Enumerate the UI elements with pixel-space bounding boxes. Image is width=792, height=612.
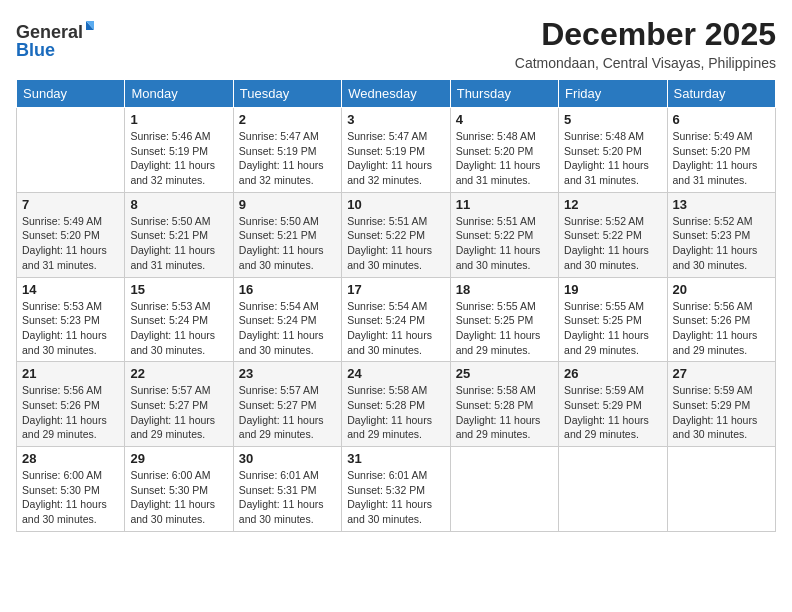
day-info: Sunrise: 5:50 AMSunset: 5:21 PMDaylight:…	[130, 214, 227, 273]
calendar-cell: 3Sunrise: 5:47 AMSunset: 5:19 PMDaylight…	[342, 108, 450, 193]
calendar-cell: 13Sunrise: 5:52 AMSunset: 5:23 PMDayligh…	[667, 192, 775, 277]
column-header-tuesday: Tuesday	[233, 80, 341, 108]
day-number: 3	[347, 112, 444, 127]
day-number: 12	[564, 197, 661, 212]
calendar-cell: 22Sunrise: 5:57 AMSunset: 5:27 PMDayligh…	[125, 362, 233, 447]
day-number: 21	[22, 366, 119, 381]
calendar-cell: 23Sunrise: 5:57 AMSunset: 5:27 PMDayligh…	[233, 362, 341, 447]
calendar-cell: 11Sunrise: 5:51 AMSunset: 5:22 PMDayligh…	[450, 192, 558, 277]
calendar-cell: 16Sunrise: 5:54 AMSunset: 5:24 PMDayligh…	[233, 277, 341, 362]
day-info: Sunrise: 5:51 AMSunset: 5:22 PMDaylight:…	[456, 214, 553, 273]
day-info: Sunrise: 5:58 AMSunset: 5:28 PMDaylight:…	[347, 383, 444, 442]
logo: General Blue	[16, 16, 96, 65]
calendar-header-row: SundayMondayTuesdayWednesdayThursdayFrid…	[17, 80, 776, 108]
day-info: Sunrise: 5:49 AMSunset: 5:20 PMDaylight:…	[673, 129, 770, 188]
calendar-cell: 14Sunrise: 5:53 AMSunset: 5:23 PMDayligh…	[17, 277, 125, 362]
day-number: 9	[239, 197, 336, 212]
day-number: 4	[456, 112, 553, 127]
calendar-cell: 7Sunrise: 5:49 AMSunset: 5:20 PMDaylight…	[17, 192, 125, 277]
calendar-cell: 2Sunrise: 5:47 AMSunset: 5:19 PMDaylight…	[233, 108, 341, 193]
day-info: Sunrise: 5:59 AMSunset: 5:29 PMDaylight:…	[564, 383, 661, 442]
svg-text:General: General	[16, 22, 83, 42]
day-info: Sunrise: 5:47 AMSunset: 5:19 PMDaylight:…	[347, 129, 444, 188]
calendar-cell: 6Sunrise: 5:49 AMSunset: 5:20 PMDaylight…	[667, 108, 775, 193]
calendar-cell: 5Sunrise: 5:48 AMSunset: 5:20 PMDaylight…	[559, 108, 667, 193]
calendar-cell	[450, 447, 558, 532]
day-number: 31	[347, 451, 444, 466]
logo-icon: General Blue	[16, 16, 96, 60]
day-info: Sunrise: 5:50 AMSunset: 5:21 PMDaylight:…	[239, 214, 336, 273]
day-number: 20	[673, 282, 770, 297]
week-row-3: 14Sunrise: 5:53 AMSunset: 5:23 PMDayligh…	[17, 277, 776, 362]
day-info: Sunrise: 5:55 AMSunset: 5:25 PMDaylight:…	[564, 299, 661, 358]
day-info: Sunrise: 5:54 AMSunset: 5:24 PMDaylight:…	[347, 299, 444, 358]
day-number: 7	[22, 197, 119, 212]
day-info: Sunrise: 5:46 AMSunset: 5:19 PMDaylight:…	[130, 129, 227, 188]
calendar-cell: 15Sunrise: 5:53 AMSunset: 5:24 PMDayligh…	[125, 277, 233, 362]
day-info: Sunrise: 5:59 AMSunset: 5:29 PMDaylight:…	[673, 383, 770, 442]
day-info: Sunrise: 6:01 AMSunset: 5:31 PMDaylight:…	[239, 468, 336, 527]
day-number: 5	[564, 112, 661, 127]
day-info: Sunrise: 5:48 AMSunset: 5:20 PMDaylight:…	[564, 129, 661, 188]
calendar-cell: 10Sunrise: 5:51 AMSunset: 5:22 PMDayligh…	[342, 192, 450, 277]
column-header-wednesday: Wednesday	[342, 80, 450, 108]
column-header-saturday: Saturday	[667, 80, 775, 108]
location-title: Catmondaan, Central Visayas, Philippines	[515, 55, 776, 71]
day-number: 16	[239, 282, 336, 297]
month-title: December 2025	[515, 16, 776, 53]
calendar-cell: 18Sunrise: 5:55 AMSunset: 5:25 PMDayligh…	[450, 277, 558, 362]
calendar-cell	[559, 447, 667, 532]
day-info: Sunrise: 5:51 AMSunset: 5:22 PMDaylight:…	[347, 214, 444, 273]
day-number: 25	[456, 366, 553, 381]
calendar-cell: 12Sunrise: 5:52 AMSunset: 5:22 PMDayligh…	[559, 192, 667, 277]
calendar-cell: 8Sunrise: 5:50 AMSunset: 5:21 PMDaylight…	[125, 192, 233, 277]
calendar-cell: 9Sunrise: 5:50 AMSunset: 5:21 PMDaylight…	[233, 192, 341, 277]
day-number: 19	[564, 282, 661, 297]
title-area: December 2025 Catmondaan, Central Visaya…	[515, 16, 776, 71]
day-info: Sunrise: 5:48 AMSunset: 5:20 PMDaylight:…	[456, 129, 553, 188]
day-info: Sunrise: 5:54 AMSunset: 5:24 PMDaylight:…	[239, 299, 336, 358]
calendar-cell: 21Sunrise: 5:56 AMSunset: 5:26 PMDayligh…	[17, 362, 125, 447]
day-number: 1	[130, 112, 227, 127]
calendar-table: SundayMondayTuesdayWednesdayThursdayFrid…	[16, 79, 776, 532]
day-info: Sunrise: 5:57 AMSunset: 5:27 PMDaylight:…	[130, 383, 227, 442]
day-number: 14	[22, 282, 119, 297]
calendar-cell: 19Sunrise: 5:55 AMSunset: 5:25 PMDayligh…	[559, 277, 667, 362]
calendar-cell: 31Sunrise: 6:01 AMSunset: 5:32 PMDayligh…	[342, 447, 450, 532]
day-number: 6	[673, 112, 770, 127]
column-header-friday: Friday	[559, 80, 667, 108]
week-row-5: 28Sunrise: 6:00 AMSunset: 5:30 PMDayligh…	[17, 447, 776, 532]
day-number: 17	[347, 282, 444, 297]
calendar-cell: 28Sunrise: 6:00 AMSunset: 5:30 PMDayligh…	[17, 447, 125, 532]
day-number: 27	[673, 366, 770, 381]
column-header-sunday: Sunday	[17, 80, 125, 108]
day-info: Sunrise: 6:01 AMSunset: 5:32 PMDaylight:…	[347, 468, 444, 527]
day-number: 8	[130, 197, 227, 212]
header: General Blue December 2025 Catmondaan, C…	[16, 16, 776, 71]
week-row-2: 7Sunrise: 5:49 AMSunset: 5:20 PMDaylight…	[17, 192, 776, 277]
week-row-1: 1Sunrise: 5:46 AMSunset: 5:19 PMDaylight…	[17, 108, 776, 193]
calendar-cell: 1Sunrise: 5:46 AMSunset: 5:19 PMDaylight…	[125, 108, 233, 193]
day-number: 29	[130, 451, 227, 466]
day-number: 11	[456, 197, 553, 212]
day-info: Sunrise: 5:58 AMSunset: 5:28 PMDaylight:…	[456, 383, 553, 442]
day-number: 22	[130, 366, 227, 381]
calendar-cell: 29Sunrise: 6:00 AMSunset: 5:30 PMDayligh…	[125, 447, 233, 532]
day-info: Sunrise: 5:52 AMSunset: 5:23 PMDaylight:…	[673, 214, 770, 273]
day-info: Sunrise: 5:52 AMSunset: 5:22 PMDaylight:…	[564, 214, 661, 273]
day-info: Sunrise: 5:47 AMSunset: 5:19 PMDaylight:…	[239, 129, 336, 188]
calendar-cell: 25Sunrise: 5:58 AMSunset: 5:28 PMDayligh…	[450, 362, 558, 447]
day-number: 26	[564, 366, 661, 381]
day-number: 30	[239, 451, 336, 466]
day-info: Sunrise: 5:55 AMSunset: 5:25 PMDaylight:…	[456, 299, 553, 358]
day-number: 24	[347, 366, 444, 381]
day-info: Sunrise: 5:53 AMSunset: 5:24 PMDaylight:…	[130, 299, 227, 358]
calendar-cell: 27Sunrise: 5:59 AMSunset: 5:29 PMDayligh…	[667, 362, 775, 447]
svg-text:Blue: Blue	[16, 40, 55, 60]
calendar-cell	[667, 447, 775, 532]
day-info: Sunrise: 6:00 AMSunset: 5:30 PMDaylight:…	[130, 468, 227, 527]
calendar-cell	[17, 108, 125, 193]
calendar-cell: 17Sunrise: 5:54 AMSunset: 5:24 PMDayligh…	[342, 277, 450, 362]
day-info: Sunrise: 5:49 AMSunset: 5:20 PMDaylight:…	[22, 214, 119, 273]
calendar-cell: 24Sunrise: 5:58 AMSunset: 5:28 PMDayligh…	[342, 362, 450, 447]
